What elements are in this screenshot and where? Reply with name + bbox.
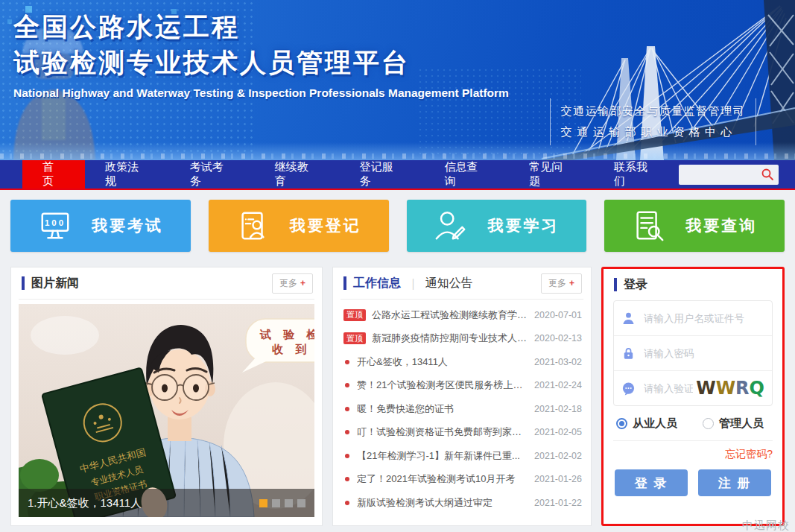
forgot-password-link[interactable]: 忘记密码? (725, 448, 773, 461)
watermark-text: 中迅网校 (742, 519, 790, 532)
org-line2: 交通运输部职业资格中心 (561, 125, 746, 139)
bullet-icon (345, 430, 349, 434)
captcha-bubble-icon (621, 381, 636, 396)
carousel-dot[interactable] (259, 499, 267, 507)
password-row (614, 336, 772, 371)
news-item[interactable]: 叮！试验检测资格证书免费邮寄到家啦！2021-02-05 (343, 421, 582, 445)
more-label: 更多 (279, 277, 297, 290)
search-icon[interactable] (761, 168, 774, 181)
content-row: 图片新闻 更多 + (0, 252, 795, 526)
study-person-pencil-icon (434, 209, 468, 243)
news-date: 2020-02-13 (534, 333, 582, 343)
register-button[interactable]: 我要登记 (209, 200, 389, 252)
tab-work-info[interactable]: 工作信息 (353, 276, 401, 291)
username-input[interactable] (642, 312, 764, 325)
password-input[interactable] (642, 347, 764, 360)
login-panel-annotation: 登录 (601, 267, 785, 526)
nav-item[interactable]: 首页 (22, 160, 85, 189)
work-info-more-button[interactable]: 更多 + (541, 273, 582, 294)
news-item[interactable]: 置顶新冠肺炎疫情防控期间专业技术人才工作指南2020-02-13 (343, 327, 582, 351)
register-account-button[interactable]: 注 册 (698, 469, 771, 496)
main-nav: 首页政策法规考试考务继续教育登记服务信息查询常见问题联系我们 (0, 160, 795, 190)
nav-item[interactable]: 登记服务 (340, 160, 425, 189)
news-title: 【21年检测学习-1】新年新课件已重... (357, 449, 528, 463)
news-item[interactable]: 暖！免费快递您的证书2021-02-18 (343, 397, 582, 421)
login-form: WWRQ 从业人员 管理人员 忘记密码? 登 录 注 册 (604, 300, 782, 496)
carousel-dot[interactable] (272, 499, 280, 507)
captcha-letter: Q (750, 378, 764, 399)
news-item[interactable]: 新版试验检测考试大纲通过审定2021-01-22 (343, 491, 582, 515)
news-title: 新冠肺炎疫情防控期间专业技术人才工作指南 (372, 332, 528, 345)
work-info-header: 工作信息 ｜ 通知公告 更多 + (333, 267, 591, 299)
news-title: 新版试验检测考试大纲通过审定 (357, 496, 528, 510)
login-title: 登录 (624, 277, 647, 293)
news-date: 2021-03-02 (534, 357, 582, 367)
news-title: 定了！2021年试验检测考试10月开考 (357, 472, 528, 486)
nav-item[interactable]: 考试考务 (170, 160, 255, 189)
carousel-caption-text: 1.开心&签收，13411人 (28, 496, 142, 510)
news-item[interactable]: 定了！2021年试验检测考试10月开考2021-01-26 (343, 468, 582, 492)
title-bar-decor (614, 278, 617, 291)
news-date: 2020-07-01 (534, 310, 582, 320)
captcha-letter: R (735, 378, 749, 399)
site-header: 全国公路水运工程 试验检测专业技术人员管理平台 National Highway… (0, 0, 795, 160)
captcha-letter: W (696, 378, 715, 399)
bullet-icon (345, 407, 349, 411)
photo-news-more-button[interactable]: 更多 + (272, 273, 313, 294)
radio-manager[interactable]: 管理人员 (703, 417, 764, 431)
site-title-line1: 全国公路水运工程 (13, 13, 240, 39)
captcha-input[interactable] (642, 382, 694, 395)
nav-item[interactable]: 政策法规 (85, 160, 170, 189)
title-bar-decor (22, 276, 25, 290)
bubble-line2: 收 到 (272, 343, 311, 355)
radio-unselected-icon (703, 418, 714, 429)
news-item[interactable]: 【21年检测学习-1】新年新课件已重...2021-02-02 (343, 444, 582, 468)
carousel-dot[interactable] (297, 499, 305, 507)
user-icon (621, 311, 636, 326)
bullet-icon (345, 360, 349, 364)
site-subtitle-en: National Highway and Waterway Testing & … (13, 86, 509, 100)
query-button[interactable]: 我要查询 (604, 200, 785, 252)
bullet-icon (345, 501, 349, 505)
study-button[interactable]: 我要学习 (407, 200, 587, 252)
org-line1: 交通运输部安全与质量监督管理司 (561, 104, 746, 118)
login-header: 登录 (604, 269, 782, 300)
nav-item[interactable]: 信息查询 (424, 160, 509, 189)
bubble-line1: 试 验 检 (259, 328, 314, 341)
news-date: 2021-02-05 (534, 427, 582, 437)
svg-text:100: 100 (45, 218, 66, 227)
captcha-image[interactable]: WWRQ (696, 379, 764, 397)
tab-notices[interactable]: 通知公告 (425, 276, 473, 291)
search-input[interactable] (683, 168, 761, 181)
username-row (614, 301, 772, 336)
radio-practitioner[interactable]: 从业人员 (616, 417, 677, 431)
carousel-dot[interactable] (285, 499, 293, 507)
nav-item[interactable]: 联系我们 (594, 160, 679, 189)
carousel-dots (259, 499, 305, 507)
org-names-block: 交通运输部安全与质量监督管理司 交通运输部职业资格中心 (550, 98, 757, 145)
nav-item[interactable]: 常见问题 (509, 160, 594, 189)
photo-carousel[interactable]: 中华人民共和国 专业技术人员 职业资格证书 试 验 检 收 到 1.开心&签收，… (19, 304, 314, 517)
radio-practitioner-label: 从业人员 (633, 417, 677, 431)
exam-monitor-icon: 100 (38, 209, 72, 243)
register-button-label: 我要登记 (290, 215, 361, 236)
bullet-icon (345, 477, 349, 481)
register-idcard-icon (236, 209, 270, 243)
news-date: 2021-01-26 (534, 474, 582, 484)
radio-manager-label: 管理人员 (719, 417, 764, 431)
work-info-panel: 工作信息 ｜ 通知公告 更多 + 置顶公路水运工程试验检测继续教育学时计算规则2… (332, 267, 592, 526)
login-button[interactable]: 登 录 (615, 469, 688, 496)
pinned-badge: 置顶 (343, 309, 366, 321)
news-item[interactable]: 置顶公路水运工程试验检测继续教育学时计算规则2020-07-01 (343, 303, 582, 327)
news-item[interactable]: 赞！21个试验检测考区便民服务榜上有名2021-02-24 (343, 374, 582, 398)
exam-button[interactable]: 100 我要考试 (10, 200, 191, 252)
login-buttons: 登 录 注 册 (613, 468, 773, 496)
search-box (679, 165, 779, 185)
city-lights-decor (0, 153, 795, 159)
study-button-label: 我要学习 (487, 215, 559, 236)
news-item[interactable]: 开心&签收，13411人2021-03-02 (343, 350, 582, 374)
captcha-row: WWRQ (614, 371, 772, 405)
photo-news-header: 图片新闻 更多 + (11, 267, 322, 299)
photo-news-title: 图片新闻 (31, 276, 79, 291)
nav-item[interactable]: 继续教育 (255, 160, 340, 189)
